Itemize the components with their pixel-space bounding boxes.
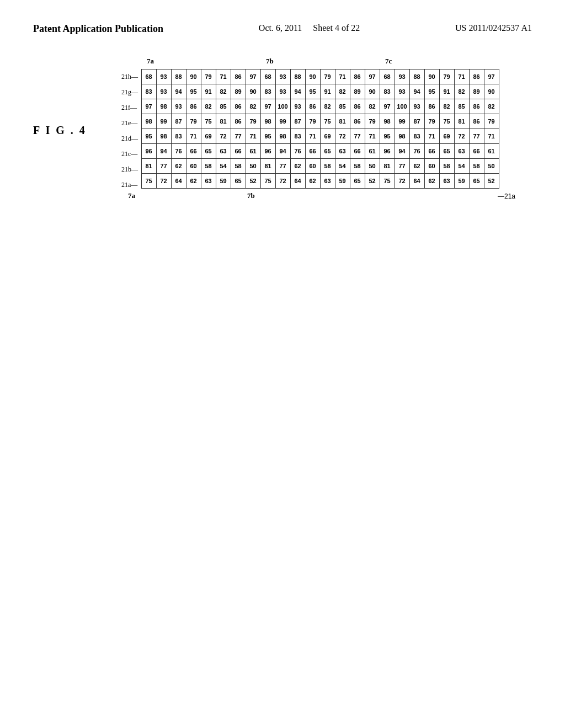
cell: 59	[335, 173, 350, 189]
cell: 71	[246, 129, 261, 144]
cell: 86	[186, 99, 201, 114]
cell: 54	[454, 158, 470, 174]
row-label-21b: 21b—	[121, 162, 138, 177]
cell: 94	[156, 143, 172, 159]
cell: 69	[320, 129, 335, 144]
cell: 100	[395, 99, 410, 114]
col-7a-7: 86 89 86 86 77 66 58 65	[231, 69, 246, 188]
cell: 79	[201, 69, 216, 84]
cell: 82	[246, 99, 261, 114]
col-7b-1: 68 83 97 98 95 96 81 75	[260, 69, 275, 188]
cell: 90	[365, 84, 380, 99]
cell: 52	[365, 173, 380, 189]
cell: 95	[141, 129, 157, 144]
cell: 98	[260, 114, 276, 129]
cell: 79	[305, 114, 321, 129]
cell: 79	[484, 114, 499, 129]
cell: 52	[246, 173, 261, 189]
cell: 82	[201, 99, 216, 114]
cell: 66	[186, 143, 201, 159]
cell: 98	[141, 114, 157, 129]
cell: 61	[484, 143, 499, 159]
cell: 81	[260, 158, 276, 174]
col-7c-2: 93 93 100 99 98 94 77 72	[395, 69, 409, 188]
cell: 50	[365, 158, 380, 174]
cell: 90	[484, 84, 499, 99]
cell: 95	[424, 84, 440, 99]
cell: 75	[380, 173, 395, 189]
cell: 72	[216, 129, 231, 144]
cell: 66	[231, 143, 246, 159]
grid-7b: 68 83 97 98 95 96 81 75 93 93 100	[260, 69, 380, 188]
cell: 90	[305, 69, 321, 84]
cell: 89	[469, 84, 484, 99]
cell: 71	[186, 129, 201, 144]
figure-label: F I G . 4	[33, 124, 87, 137]
cell: 63	[201, 173, 216, 189]
cell: 69	[439, 129, 455, 144]
cell: 99	[275, 114, 291, 129]
cell: 60	[424, 158, 440, 174]
cell: 79	[246, 114, 261, 129]
cell: 93	[171, 99, 186, 114]
cell: 79	[186, 114, 201, 129]
cell: 93	[275, 84, 291, 99]
cell: 75	[141, 173, 157, 189]
cell: 98	[395, 129, 410, 144]
group-7a: 7a 68 83 97 98 95 96 81 75	[141, 69, 260, 188]
cell: 93	[275, 69, 291, 84]
cell: 97	[380, 99, 395, 114]
col-7a-8: 97 90 82 79 71 61 50 52	[246, 69, 260, 188]
col-7a-4: 90 95 86 79 71 66 60 62	[186, 69, 201, 188]
cell: 93	[395, 84, 410, 99]
all-grids: 7a 68 83 97 98 95 96 81 75	[141, 69, 499, 188]
cell: 72	[156, 173, 172, 189]
cell: 90	[424, 69, 440, 84]
col-7b-8: 97 90 82 79 71 61 50 52	[365, 69, 380, 188]
cell: 63	[454, 143, 470, 159]
col-7c-7: 86 89 86 86 77 66 58 65	[469, 69, 484, 188]
cell: 77	[156, 158, 172, 174]
row-label-21g: 21g—	[121, 84, 138, 100]
cell: 52	[484, 173, 499, 189]
cell: 54	[216, 158, 231, 174]
diagram-area: 21h— 21g— 21f— 21e— 21d— 21c— 21b— 21a— …	[121, 69, 499, 192]
cell: 79	[424, 114, 440, 129]
cell: 71	[484, 129, 499, 144]
cell: 62	[409, 158, 425, 174]
cell: 71	[365, 129, 380, 144]
page-header: Patent Application Publication Oct. 6, 2…	[0, 0, 565, 47]
cell: 93	[290, 99, 306, 114]
col-7a-3: 88 94 93 87 83 76 62 64	[171, 69, 186, 188]
cell: 77	[275, 158, 291, 174]
cell: 64	[409, 173, 425, 189]
cell: 87	[409, 114, 425, 129]
col-7a-2: 93 93 98 99 98 94 77 72	[156, 69, 171, 188]
col-7c-3: 88 94 93 87 83 76 62 64	[409, 69, 424, 188]
cell: 60	[186, 158, 201, 174]
cell: 96	[380, 143, 395, 159]
cell: 85	[335, 99, 350, 114]
cell: 79	[320, 69, 335, 84]
cell: 68	[380, 69, 395, 84]
cell: 63	[216, 143, 231, 159]
cell: 61	[246, 143, 261, 159]
cell: 86	[231, 69, 246, 84]
cell: 87	[171, 114, 186, 129]
label-7a: 7a	[147, 57, 154, 66]
cell: 68	[141, 69, 157, 84]
cell: 60	[305, 158, 321, 174]
col-7c-8: 97 90 82 79 71 61 50 52	[484, 69, 499, 188]
label-7a-bottom: 7a	[128, 191, 135, 200]
cell: 82	[335, 84, 350, 99]
cell: 86	[350, 69, 365, 84]
cell: 86	[231, 114, 246, 129]
col-7c-6: 71 82 85 81 72 63 54 59	[454, 69, 469, 188]
cell: 62	[171, 158, 186, 174]
cell: 85	[216, 99, 231, 114]
cell: 94	[409, 84, 425, 99]
cell: 65	[350, 173, 365, 189]
cell: 62	[424, 173, 440, 189]
cell: 81	[216, 114, 231, 129]
cell: 94	[290, 84, 306, 99]
